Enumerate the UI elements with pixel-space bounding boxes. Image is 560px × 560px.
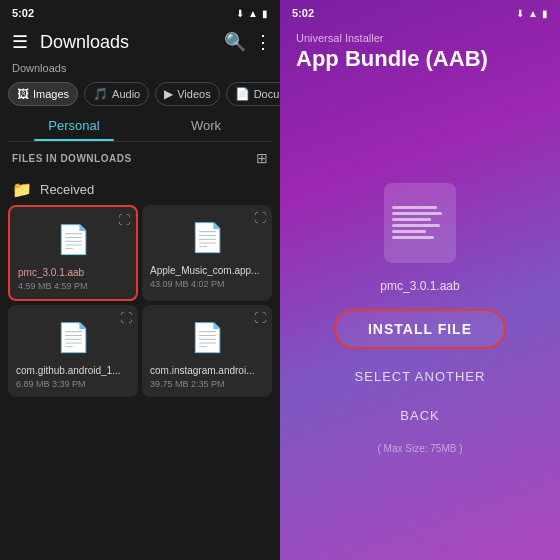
file-card-1[interactable]: ⛶ 📄 Apple_Music_com.app... 43.09 MB 4:02… <box>142 205 272 301</box>
right-content: pmc_3.0.1.aab INSTALL FILE SELECT ANOTHE… <box>280 76 560 560</box>
more-icon[interactable]: ⋮ <box>254 31 272 53</box>
right-status-bar: 5:02 ⬇ ▲ ▮ <box>280 0 560 24</box>
back-button[interactable]: BACK <box>384 404 455 427</box>
search-icon[interactable]: 🔍 <box>224 31 246 53</box>
cat-tab-documents[interactable]: 📄 Documents <box>226 82 280 106</box>
tab-work[interactable]: Work <box>140 110 272 141</box>
cat-tab-audio-label: Audio <box>112 88 140 100</box>
hamburger-icon[interactable]: ☰ <box>12 31 28 53</box>
expand-icon-0: ⛶ <box>118 213 130 227</box>
file-meta-0: 4.59 MB 4:59 PM <box>18 281 128 291</box>
file-name-3: com.instagram.androi... <box>150 365 264 377</box>
max-size-label: ( Max Size: 75MB ) <box>377 443 462 454</box>
file-icon-3: 📄 <box>150 313 264 361</box>
install-file-button[interactable]: INSTALL FILE <box>334 309 506 349</box>
videos-icon: ▶ <box>164 87 173 101</box>
file-name-0: pmc_3.0.1.aab <box>18 267 128 279</box>
file-card-3[interactable]: ⛶ 📄 com.instagram.androi... 39.75 MB 2:3… <box>142 305 272 397</box>
section-label: FILES IN DOWNLOADS <box>12 153 132 164</box>
cat-tab-documents-label: Documents <box>254 88 280 100</box>
file-icon-2: 📄 <box>16 313 130 361</box>
file-name-2: com.github.android_1... <box>16 365 130 377</box>
images-icon: 🖼 <box>17 87 29 101</box>
breadcrumb: Downloads <box>0 60 280 78</box>
left-status-time: 5:02 <box>12 7 34 19</box>
download-icon: ⬇ <box>236 8 244 19</box>
section-header: FILES IN DOWNLOADS ⊞ <box>0 142 280 170</box>
bundle-line-1 <box>392 206 437 209</box>
files-area[interactable]: 📁 Received ⛶ 📄 pmc_3.0.1.aab 4.59 MB 4:5… <box>0 170 280 560</box>
left-status-icons: ⬇ ▲ ▮ <box>236 8 268 19</box>
left-panel: 5:02 ⬇ ▲ ▮ ☰ Downloads 🔍 ⋮ Downloads 🖼 I… <box>0 0 280 560</box>
bundle-line-6 <box>392 236 434 239</box>
grid-view-icon[interactable]: ⊞ <box>256 150 268 166</box>
battery-icon: ▮ <box>262 8 268 19</box>
cat-tab-images[interactable]: 🖼 Images <box>8 82 78 106</box>
bundle-lines <box>384 198 456 247</box>
documents-icon: 📄 <box>235 87 250 101</box>
file-meta-1: 43.09 MB 4:02 PM <box>150 279 264 289</box>
right-status-icons: ⬇ ▲ ▮ <box>516 8 548 19</box>
expand-icon-2: ⛶ <box>120 311 132 325</box>
cat-tab-videos-label: Videos <box>177 88 210 100</box>
file-meta-3: 39.75 MB 2:35 PM <box>150 379 264 389</box>
file-icon-0: 📄 <box>18 215 128 263</box>
main-title: App Bundle (AAB) <box>296 46 544 72</box>
bundle-line-2 <box>392 212 442 215</box>
tab-personal[interactable]: Personal <box>8 110 140 141</box>
category-tabs: 🖼 Images 🎵 Audio ▶ Videos 📄 Documents <box>0 78 280 110</box>
sub-tabs: Personal Work <box>8 110 272 142</box>
file-card-0[interactable]: ⛶ 📄 pmc_3.0.1.aab 4.59 MB 4:59 PM <box>8 205 138 301</box>
top-actions: 🔍 ⋮ <box>224 31 272 53</box>
right-download-icon: ⬇ <box>516 8 524 19</box>
cat-tab-images-label: Images <box>33 88 69 100</box>
page-title: Downloads <box>40 32 224 53</box>
cat-tab-audio[interactable]: 🎵 Audio <box>84 82 149 106</box>
bundle-line-5 <box>392 230 426 233</box>
expand-icon-1: ⛶ <box>254 211 266 225</box>
file-name-label: pmc_3.0.1.aab <box>380 279 459 293</box>
files-grid: ⛶ 📄 pmc_3.0.1.aab 4.59 MB 4:59 PM ⛶ 📄 Ap… <box>8 205 272 397</box>
right-status-time: 5:02 <box>292 7 314 19</box>
received-label: Received <box>40 182 94 197</box>
file-card-2[interactable]: ⛶ 📄 com.github.android_1... 6.89 MB 3:39… <box>8 305 138 397</box>
bundle-line-4 <box>392 224 440 227</box>
right-panel: 5:02 ⬇ ▲ ▮ Universal Installer App Bundl… <box>280 0 560 560</box>
right-wifi-icon: ▲ <box>528 8 538 19</box>
file-name-1: Apple_Music_com.app... <box>150 265 264 277</box>
top-bar: ☰ Downloads 🔍 ⋮ <box>0 24 280 60</box>
select-another-button[interactable]: SELECT ANOTHER <box>339 365 502 388</box>
cat-tab-videos[interactable]: ▶ Videos <box>155 82 219 106</box>
bundle-icon <box>384 183 456 263</box>
left-status-bar: 5:02 ⬇ ▲ ▮ <box>0 0 280 24</box>
file-meta-2: 6.89 MB 3:39 PM <box>16 379 130 389</box>
bundle-line-3 <box>392 218 431 221</box>
expand-icon-3: ⛶ <box>254 311 266 325</box>
subtitle: Universal Installer <box>296 32 544 44</box>
audio-icon: 🎵 <box>93 87 108 101</box>
file-icon-1: 📄 <box>150 213 264 261</box>
wifi-icon: ▲ <box>248 8 258 19</box>
right-battery-icon: ▮ <box>542 8 548 19</box>
folder-icon: 📁 <box>12 180 32 199</box>
right-header: Universal Installer App Bundle (AAB) <box>280 24 560 76</box>
received-folder-row[interactable]: 📁 Received <box>8 174 272 205</box>
